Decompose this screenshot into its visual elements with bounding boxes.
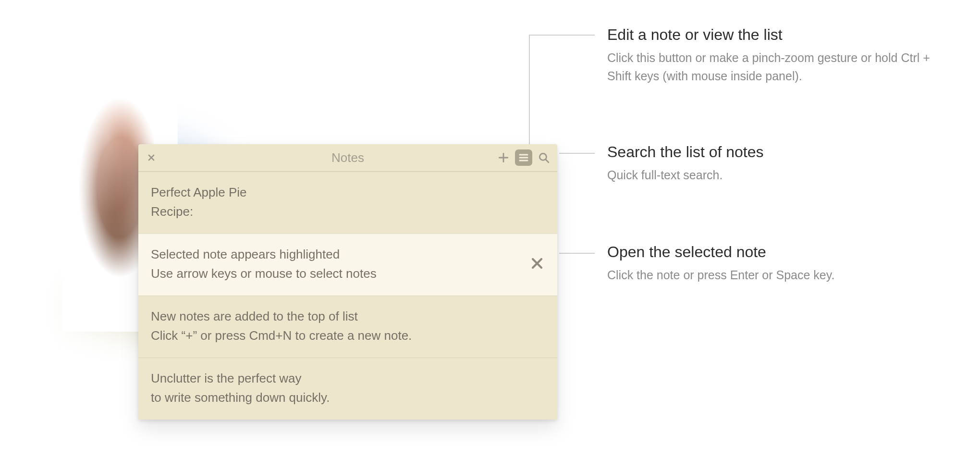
- callout: Search the list of notes Quick full-text…: [607, 143, 953, 184]
- callout: Open the selected note Click the note or…: [607, 243, 953, 284]
- callout: Edit a note or view the list Click this …: [607, 26, 953, 85]
- search-icon: [538, 151, 550, 164]
- note-line: to write something down quickly.: [151, 388, 545, 407]
- callout-leader: [559, 253, 595, 254]
- notes-titlebar: Notes: [138, 144, 557, 172]
- callout-body: Quick full-text search.: [607, 166, 953, 184]
- note-line: New notes are added to the top of list: [151, 307, 545, 326]
- search-button[interactable]: [537, 151, 551, 164]
- callout-leader: [559, 153, 595, 154]
- note-row[interactable]: Unclutter is the perfect way to write so…: [138, 358, 557, 420]
- note-line: Use arrow keys or mouse to select notes: [151, 264, 545, 283]
- note-line: Perfect Apple Pie: [151, 183, 545, 202]
- callout-leader: [529, 35, 595, 36]
- callout-title: Edit a note or view the list: [607, 26, 953, 44]
- close-button[interactable]: [145, 151, 158, 164]
- note-line: Unclutter is the perfect way: [151, 369, 545, 388]
- callout-body: Click the note or press Enter or Space k…: [607, 266, 953, 284]
- callout-title: Open the selected note: [607, 243, 953, 261]
- plus-icon: [497, 151, 510, 164]
- notes-panel: Notes Perfect Apple Pie Recipe: Selected…: [138, 144, 557, 420]
- note-row[interactable]: New notes are added to the top of list C…: [138, 296, 557, 358]
- close-icon: [147, 154, 155, 161]
- note-line: Selected note appears highlighted: [151, 245, 545, 264]
- callout-title: Search the list of notes: [607, 143, 953, 161]
- delete-note-button[interactable]: [531, 255, 543, 274]
- close-icon: [531, 258, 543, 269]
- note-row[interactable]: Perfect Apple Pie Recipe:: [138, 172, 557, 234]
- callout-leader: [529, 35, 530, 144]
- callout-body: Click this button or make a pinch-zoom g…: [607, 49, 953, 85]
- list-view-button[interactable]: [515, 149, 532, 166]
- list-icon: [518, 152, 529, 163]
- add-note-button[interactable]: [497, 151, 510, 164]
- panel-title: Notes: [138, 150, 557, 165]
- note-line: Click “+” or press Cmd+N to create a new…: [151, 326, 545, 345]
- note-row-selected[interactable]: Selected note appears highlighted Use ar…: [138, 234, 557, 296]
- note-line: Recipe:: [151, 202, 545, 221]
